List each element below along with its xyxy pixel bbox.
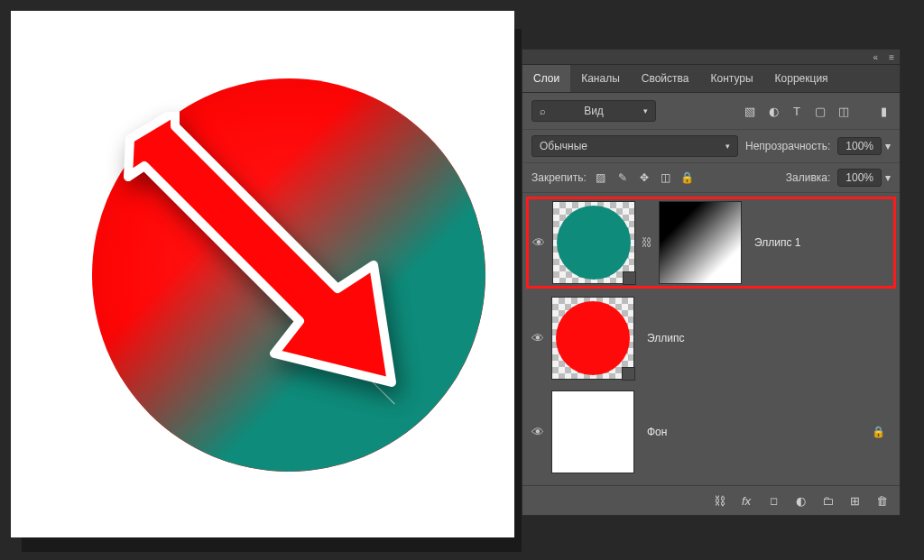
lock-fill-row: Закрепить: ▨ ✎ ✥ ◫ 🔒 Заливка: 100% ▾ <box>522 163 900 193</box>
panel-menu-icon[interactable]: ≡ <box>883 52 900 62</box>
layer-filter-label: Вид <box>584 105 604 117</box>
filter-toggle-icon[interactable]: ▮ <box>876 104 891 118</box>
delete-layer-icon[interactable]: 🗑 <box>874 493 889 508</box>
layer-row-background[interactable]: 👁 Фон 🔒 <box>526 388 896 476</box>
thumbnail-badge-icon <box>622 367 635 381</box>
tab-properties[interactable]: Свойства <box>631 65 700 92</box>
lock-all-icon[interactable]: 🔒 <box>680 170 695 185</box>
tab-channels[interactable]: Каналы <box>570 65 631 92</box>
add-mask-icon[interactable]: ◻ <box>766 493 781 508</box>
layer-filter-select[interactable]: ⌕ Вид ▾ <box>531 100 656 122</box>
opacity-label: Непрозрачность: <box>745 140 830 152</box>
workspace: + « ≡ Слои Каналы Свойства Контуры Корре… <box>0 0 924 560</box>
layers-panel: « ≡ Слои Каналы Свойства Контуры Коррекц… <box>522 49 901 516</box>
layer-name[interactable]: Эллипс 1 <box>754 236 800 249</box>
new-layer-icon[interactable]: ⊞ <box>847 493 862 508</box>
filter-adjust-icon[interactable]: ◐ <box>766 104 781 118</box>
chevron-down-icon: ▾ <box>885 171 891 184</box>
tab-adjust[interactable]: Коррекция <box>764 65 839 92</box>
adjustment-layer-icon[interactable]: ◐ <box>793 493 808 508</box>
gradient-start-marker[interactable]: + <box>130 150 137 164</box>
layer-row-ellipse-1[interactable]: 👁 ⛓ Эллипс 1 <box>526 197 896 289</box>
visibility-eye-icon[interactable]: 👁 <box>530 425 546 439</box>
visibility-eye-icon[interactable]: 👁 <box>531 235 547 250</box>
link-layers-icon[interactable]: ⛓ <box>712 493 726 508</box>
panel-footer: ⛓ fx ◻ ◐ 🗀 ⊞ 🗑 <box>522 485 900 515</box>
new-group-icon[interactable]: 🗀 <box>820 493 835 508</box>
layer-fx-icon[interactable]: fx <box>739 493 753 508</box>
panel-titlebar: « ≡ <box>522 50 900 65</box>
lock-brush-icon[interactable]: ✎ <box>615 170 630 185</box>
filter-smart-icon[interactable]: ◫ <box>836 104 851 118</box>
filter-image-icon[interactable]: ▧ <box>743 104 757 118</box>
blend-mode-value: Обычные <box>540 140 587 152</box>
filter-icon-row: ▧ ◐ T ▢ ◫ ▮ <box>743 104 891 118</box>
lock-position-icon[interactable]: ✥ <box>637 170 651 185</box>
fill-value: 100% <box>837 169 882 187</box>
chevron-down-icon: ▾ <box>885 140 891 152</box>
lock-label: Закрепить: <box>531 171 587 184</box>
lock-icon[interactable]: 🔒 <box>872 426 885 438</box>
filter-row: ⌕ Вид ▾ ▧ ◐ T ▢ ◫ ▮ <box>522 93 900 130</box>
search-icon: ⌕ <box>540 106 546 116</box>
tab-paths[interactable]: Контуры <box>699 65 763 92</box>
filter-shape-icon[interactable]: ▢ <box>813 104 827 118</box>
lock-artboard-icon[interactable]: ◫ <box>659 170 673 185</box>
layer-mask-thumbnail[interactable] <box>659 201 742 284</box>
lock-pixels-icon[interactable]: ▨ <box>594 170 608 185</box>
canvas-teal-circle <box>92 78 485 472</box>
thumbnail-badge-icon <box>623 271 636 285</box>
layer-thumbnail[interactable] <box>551 297 634 380</box>
layer-row-ellipse[interactable]: 👁 Эллипс <box>526 294 896 382</box>
fill-control[interactable]: 100% ▾ <box>837 169 891 187</box>
layer-thumbnail[interactable] <box>551 390 634 473</box>
layer-name[interactable]: Фон <box>647 426 667 438</box>
chevron-down-icon: ▾ <box>643 106 648 115</box>
thumbnail-shape <box>556 301 630 375</box>
mask-link-icon[interactable]: ⛓ <box>641 236 653 249</box>
tab-layers[interactable]: Слои <box>522 65 570 92</box>
blend-mode-select[interactable]: Обычные ▾ <box>531 135 738 157</box>
blend-opacity-row: Обычные ▾ Непрозрачность: 100% ▾ <box>522 130 900 163</box>
opacity-value: 100% <box>837 137 882 155</box>
fill-label: Заливка: <box>786 171 831 184</box>
collapse-icon[interactable]: « <box>868 52 884 62</box>
chevron-down-icon: ▾ <box>725 142 730 151</box>
opacity-control[interactable]: 100% ▾ <box>837 137 891 155</box>
thumbnail-shape <box>557 206 631 280</box>
layer-name[interactable]: Эллипс <box>647 332 684 344</box>
visibility-eye-icon[interactable]: 👁 <box>530 331 546 345</box>
layers-list: 👁 ⛓ Эллипс 1 👁 Эллипс 👁 <box>522 193 900 485</box>
document-canvas[interactable]: + <box>11 11 514 537</box>
filter-type-icon[interactable]: T <box>790 104 804 118</box>
panel-tabs: Слои Каналы Свойства Контуры Коррекция <box>522 65 900 93</box>
layer-thumbnail[interactable] <box>552 201 635 284</box>
